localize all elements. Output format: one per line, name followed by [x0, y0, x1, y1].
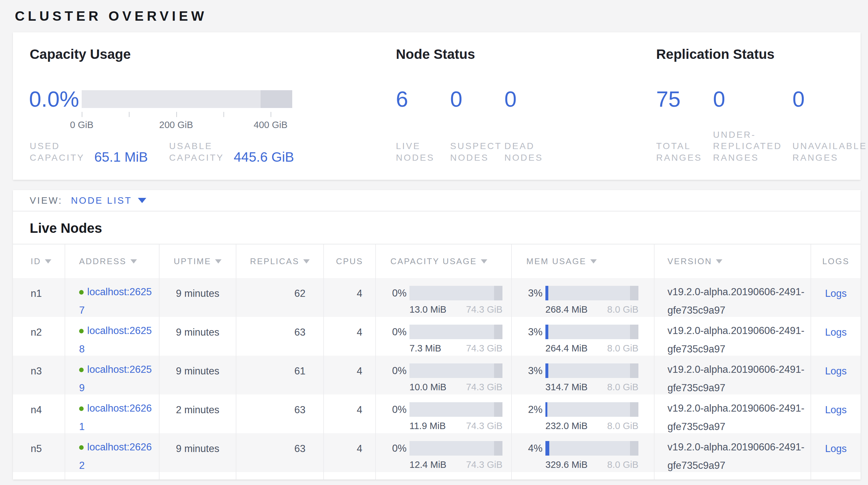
- node-id-cell: n5: [13, 433, 65, 472]
- column-header[interactable]: MEM USAGE: [511, 245, 654, 278]
- column-header-label: ID: [31, 256, 41, 266]
- capacity-percent-label: 0%: [391, 326, 407, 338]
- logs-link[interactable]: Logs: [825, 404, 847, 416]
- capacity-percent-label: 0%: [391, 365, 407, 377]
- node-address-cell: localhost:26262: [65, 433, 159, 472]
- node-address-link[interactable]: localhost:26258: [79, 321, 155, 356]
- view-bar: VIEW: NODE LIST: [13, 190, 861, 211]
- replication-status-stats: 75 TOTAL RANGES 0 UNDER-REPLICATED RANGE…: [656, 87, 868, 164]
- capacity-total-text: 74.3 GiB: [466, 304, 502, 315]
- capacity-used-text: 7.3 MiB: [409, 343, 441, 354]
- logs-link[interactable]: Logs: [825, 443, 847, 454]
- node-address-link[interactable]: localhost:26257: [79, 283, 155, 317]
- table-body: n1 localhost:26257 9 minutes 62 4 0% 13.…: [13, 278, 861, 480]
- page-title: CLUSTER OVERVIEW: [15, 8, 207, 24]
- suspect-nodes-value: 0: [450, 87, 504, 111]
- node-logs-cell: Logs: [810, 433, 861, 472]
- column-header[interactable]: LOGS: [810, 245, 861, 278]
- dead-nodes-stat: 0 DEAD NODES: [504, 87, 569, 164]
- node-memory-cell: 3% 264.4 MiB 8.0 GiB: [511, 317, 654, 356]
- memory-percent-label: 4%: [526, 443, 542, 454]
- under-replicated-ranges-value: 0: [713, 87, 793, 111]
- column-header-label: ADDRESS: [79, 256, 127, 266]
- table-row: n4 localhost:26261 2 minutes 63 4 0% 11.…: [13, 395, 861, 433]
- under-replicated-ranges-stat: 0 UNDER-REPLICATED RANGES: [713, 87, 793, 164]
- memory-mini-bar-fill: [546, 286, 548, 301]
- node-address-text: localhost:26262: [79, 441, 152, 471]
- node-address-cell: localhost:26259: [65, 356, 159, 395]
- capacity-mini-bar: [409, 325, 502, 339]
- node-address-link[interactable]: localhost:26259: [79, 360, 155, 395]
- tick-label-200: 200 GiB: [159, 120, 193, 130]
- node-address-cell: localhost:26257: [65, 278, 159, 317]
- node-status-stats: 6 LIVE NODES 0 SUSPECT NODES 0 DEAD NODE…: [396, 87, 569, 164]
- live-nodes-value: 6: [396, 87, 450, 111]
- node-capacity-cell: 0% 10.0 MiB 74.3 GiB: [375, 356, 511, 395]
- node-capacity-cell: 0% 12.4 MiB 74.3 GiB: [375, 433, 511, 472]
- column-header-label: VERSION: [668, 256, 712, 266]
- column-header[interactable]: CAPACITY USAGE: [375, 245, 511, 278]
- node-capacity-cell: 0% 11.9 MiB 74.3 GiB: [375, 395, 511, 433]
- node-version-cell: v19.2.0-alpha.20190606-2491-gfe735c9a97: [654, 395, 810, 433]
- column-header[interactable]: CPUS: [323, 245, 375, 278]
- node-uptime-cell: 9 minutes: [159, 433, 236, 472]
- capacity-percent-label: 0%: [391, 287, 407, 299]
- node-memory-cell: 3% 314.7 MiB 8.0 GiB: [511, 356, 654, 395]
- capacity-total-text: 74.3 GiB: [466, 382, 502, 393]
- node-address-text: localhost:26259: [79, 364, 152, 394]
- table-row: n2 localhost:26258 9 minutes 63 4 0% 7.3…: [13, 317, 861, 356]
- memory-percent-label: 3%: [526, 326, 542, 338]
- logs-link[interactable]: Logs: [825, 326, 847, 338]
- capacity-used-text: 12.4 MiB: [409, 459, 446, 470]
- table-row-partial: [13, 472, 861, 480]
- usable-capacity-stat: USABLE CAPACITY 445.6 GiB: [169, 140, 294, 164]
- suspect-nodes-label: SUSPECT NODES: [450, 140, 500, 164]
- column-header[interactable]: ADDRESS: [65, 245, 159, 278]
- memory-mini-bar: [546, 441, 639, 456]
- capacity-total-text: 74.3 GiB: [466, 343, 502, 354]
- capacity-used-percent: 0.0%: [29, 87, 79, 111]
- node-memory-cell: 3% 268.4 MiB 8.0 GiB: [511, 278, 654, 317]
- node-logs-cell: Logs: [810, 356, 861, 395]
- node-address-link[interactable]: localhost:26262: [79, 438, 155, 472]
- dead-nodes-value: 0: [504, 87, 569, 111]
- logs-link[interactable]: Logs: [825, 365, 847, 377]
- memory-mini-bar-fill: [546, 364, 548, 378]
- cluster-summary-card: Capacity Usage Node Status Replication S…: [13, 32, 861, 180]
- capacity-axis-ticks: [82, 112, 271, 117]
- used-capacity-label: USED CAPACITY: [30, 140, 87, 164]
- node-id-cell: n1: [13, 278, 65, 317]
- total-ranges-value: 75: [656, 87, 713, 111]
- memory-used-text: 264.4 MiB: [546, 343, 588, 354]
- live-nodes-stat: 6 LIVE NODES: [396, 87, 450, 164]
- capacity-used-text: 11.9 MiB: [409, 421, 445, 431]
- memory-mini-bar: [546, 364, 639, 378]
- node-address-link[interactable]: localhost:26261: [79, 399, 155, 433]
- table-row: n1 localhost:26257 9 minutes 62 4 0% 13.…: [13, 278, 861, 317]
- node-logs-cell: Logs: [810, 317, 861, 356]
- node-live-dot-icon: [79, 445, 84, 450]
- column-header[interactable]: ID: [13, 245, 65, 278]
- node-logs-cell: Logs: [810, 278, 861, 317]
- node-cpus-cell: 4: [323, 356, 375, 395]
- node-address-text: localhost:26257: [79, 286, 152, 316]
- sort-arrow-icon: [481, 259, 487, 263]
- node-version-cell: v19.2.0-alpha.20190606-2491-gfe735c9a97: [654, 433, 810, 472]
- column-header[interactable]: REPLICAS: [236, 245, 323, 278]
- node-capacity-cell: 0% 7.3 MiB 74.3 GiB: [375, 317, 511, 356]
- column-header[interactable]: UPTIME: [159, 245, 236, 278]
- capacity-legend: USED CAPACITY 65.1 MiB USABLE CAPACITY 4…: [30, 135, 294, 164]
- node-replicas-cell: 63: [236, 395, 323, 433]
- capacity-usage-title: Capacity Usage: [30, 47, 131, 62]
- node-address-text: localhost:26261: [79, 403, 152, 432]
- memory-used-text: 329.6 MiB: [546, 459, 588, 470]
- node-address-cell: localhost:26261: [65, 395, 159, 433]
- memory-total-text: 8.0 GiB: [607, 343, 639, 354]
- column-header[interactable]: VERSION: [654, 245, 810, 278]
- sort-arrow-icon: [590, 259, 597, 263]
- view-selector-dropdown[interactable]: NODE LIST: [71, 195, 146, 206]
- logs-link[interactable]: Logs: [825, 288, 847, 299]
- total-ranges-label: TOTAL RANGES: [656, 140, 705, 164]
- capacity-total-text: 74.3 GiB: [466, 421, 502, 431]
- capacity-total-text: 74.3 GiB: [466, 459, 502, 470]
